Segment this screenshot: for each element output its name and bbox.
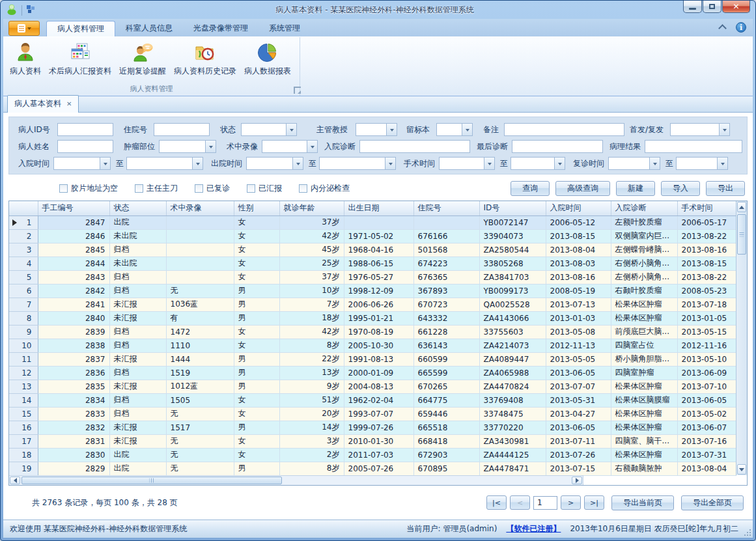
table-row[interactable]: 32845归档女45岁1968-04-16501568ZA25805442013… bbox=[9, 243, 736, 257]
cell: ZA3841703 bbox=[479, 270, 546, 284]
table-row[interactable]: 82840未汇报有男18岁1995-01-21643332ZA414306620… bbox=[9, 311, 736, 325]
scroll-up-icon[interactable] bbox=[737, 202, 746, 212]
table-row[interactable]: 22846未出院女42岁1971-05-02676166339040732013… bbox=[9, 229, 736, 243]
table-row[interactable]: 182830出院无女2岁2011-07-03672903ZA4444125201… bbox=[9, 448, 736, 462]
query-button[interactable]: 查询 bbox=[511, 181, 550, 196]
filter-combo-surgery-video[interactable] bbox=[262, 140, 318, 153]
checkbox-chief-surgeon[interactable]: 主任主刀 bbox=[135, 183, 178, 194]
table-row[interactable]: 72841未汇报1036蓝男7岁2006-06-26670723QA002552… bbox=[9, 298, 736, 311]
export-button[interactable]: 导出 bbox=[706, 181, 745, 196]
filter-input-patient-id[interactable] bbox=[57, 123, 113, 136]
ribbon-tab-department-staff-info[interactable]: 科室人员信息 bbox=[115, 21, 183, 36]
checkbox-film-address-empty[interactable]: 胶片地址为空 bbox=[59, 183, 118, 194]
column-header[interactable]: 术中录像 bbox=[166, 201, 234, 215]
checkbox-reported[interactable]: 已汇报 bbox=[247, 183, 282, 194]
cell: 2013-01-05 bbox=[677, 311, 736, 325]
app-menu-button[interactable] bbox=[8, 21, 40, 36]
close-button[interactable]: ✕ bbox=[722, 1, 750, 13]
ribbon-tab-system-management[interactable]: 系统管理 bbox=[259, 21, 311, 36]
table-row[interactable]: 62842归档无男10岁1998-12-09367893YB0099173200… bbox=[9, 284, 736, 298]
table-row[interactable]: 52843归档女37岁1976-05-27676365ZA38417032013… bbox=[9, 270, 736, 284]
tab-close-icon[interactable]: ✕ bbox=[66, 100, 72, 107]
filter-input-admission-diagnosis[interactable] bbox=[359, 140, 470, 153]
horizontal-scroll-thumb[interactable] bbox=[21, 477, 282, 484]
scroll-down-icon[interactable] bbox=[737, 464, 746, 475]
column-header[interactable]: ID号 bbox=[479, 201, 546, 215]
resize-grip[interactable] bbox=[744, 529, 751, 536]
table-row[interactable]: 162832未汇报1517男14岁1999-07-266655183377022… bbox=[9, 421, 736, 434]
ribbon-button-followup-reminder[interactable]: 近期复诊提醒 bbox=[115, 39, 170, 78]
last-page-button[interactable]: >| bbox=[584, 495, 604, 510]
table-row[interactable]: 172831未汇报无女3岁2010-01-30668418ZA343098120… bbox=[9, 434, 736, 448]
scroll-right-icon[interactable] bbox=[572, 477, 582, 484]
column-header[interactable]: 住院号 bbox=[413, 201, 479, 215]
filter-input-patient-name[interactable] bbox=[57, 140, 113, 153]
filter-input-hospital-no[interactable] bbox=[154, 123, 210, 136]
info-icon[interactable]: i bbox=[736, 22, 746, 33]
export-current-page-button[interactable]: 导出当前页 bbox=[611, 495, 674, 510]
restore-button[interactable] bbox=[703, 1, 721, 13]
ribbon-tab-disc-tape-management[interactable]: 光盘录像带管理 bbox=[183, 21, 259, 36]
table-row[interactable]: 132835未汇报1012蓝男9岁2004-08-13670265ZA44708… bbox=[9, 380, 736, 393]
column-header[interactable]: 性别 bbox=[234, 201, 279, 215]
scroll-left-icon[interactable] bbox=[10, 477, 20, 484]
next-page-button[interactable]: > bbox=[561, 495, 581, 510]
tab-patient-basic-info[interactable]: 病人基本资料 ✕ bbox=[7, 95, 79, 113]
minimize-button[interactable] bbox=[683, 1, 702, 13]
filter-combo-first-or-relapse[interactable] bbox=[670, 123, 730, 136]
filter-input-final-diagnosis[interactable] bbox=[512, 140, 603, 153]
checkbox-followed-up[interactable]: 已复诊 bbox=[195, 183, 230, 194]
filter-combo-surgery-date-to[interactable] bbox=[511, 157, 565, 170]
ribbon-button-patient-data[interactable]: 病人资料 bbox=[6, 39, 45, 78]
filter-combo-admission-date-to[interactable] bbox=[126, 157, 203, 170]
column-header[interactable]: 手术时间 bbox=[677, 201, 736, 215]
collapse-ribbon-icon[interactable] bbox=[719, 25, 727, 30]
filter-combo-specimen[interactable] bbox=[436, 123, 473, 136]
ribbon-button-patient-data-report[interactable]: 病人数据报表 bbox=[240, 39, 295, 78]
filter-combo-status[interactable] bbox=[241, 123, 297, 136]
new-button[interactable]: 新建 bbox=[616, 181, 655, 196]
filter-input-pathology-result[interactable] bbox=[645, 140, 742, 153]
table-row[interactable]: 122836归档1519男13岁2000-01-09665599ZA406598… bbox=[9, 366, 736, 380]
ribbon-button-patient-history-record[interactable]: 病人资料历史记录 bbox=[170, 39, 240, 78]
page-number-input[interactable] bbox=[533, 496, 557, 510]
dialog-launcher-icon[interactable] bbox=[294, 87, 301, 94]
import-button[interactable]: 导入 bbox=[661, 181, 700, 196]
filter-combo-discharge-date-to[interactable] bbox=[319, 157, 396, 170]
filter-combo-discharge-date-from[interactable] bbox=[246, 157, 303, 170]
table-row[interactable]: 42844未出院女25岁1988-06-15674223338052682013… bbox=[9, 257, 736, 270]
checkbox-endocrine-exam[interactable]: 内分泌检查 bbox=[299, 183, 350, 194]
table-row[interactable]: 102838归档1110女8岁2005-10-30636143ZA4214073… bbox=[9, 339, 736, 352]
filter-input-remark[interactable] bbox=[504, 123, 624, 136]
filter-combo-admission-date-from[interactable] bbox=[53, 157, 111, 170]
filter-combo-followup-date-from[interactable] bbox=[608, 157, 660, 170]
first-page-button[interactable]: |< bbox=[486, 495, 507, 510]
table-row[interactable]: 152833归档无女20岁1993-07-0765944633748475201… bbox=[9, 407, 736, 421]
table-row[interactable]: 112837未汇报1444男22岁1991-08-13660599ZA40894… bbox=[9, 352, 736, 366]
app-logo-icon[interactable] bbox=[6, 3, 18, 18]
column-header[interactable]: 状态 bbox=[109, 201, 166, 215]
vertical-scroll-thumb[interactable] bbox=[737, 214, 746, 255]
license-link[interactable]: 【软件已注册】 bbox=[506, 523, 561, 534]
column-header[interactable]: 出生日期 bbox=[344, 201, 413, 215]
table-row[interactable]: 142834归档1505女51岁1962-02-0466477533769408… bbox=[9, 393, 736, 407]
vertical-scrollbar[interactable] bbox=[736, 201, 747, 475]
filter-combo-surgery-date-from[interactable] bbox=[439, 157, 495, 170]
export-all-pages-button[interactable]: 导出全部页 bbox=[681, 495, 744, 510]
filter-combo-professor[interactable] bbox=[356, 123, 397, 136]
horizontal-scrollbar[interactable] bbox=[9, 475, 583, 485]
ribbon-tab-patient-data-management[interactable]: 病人资料管理 bbox=[46, 21, 115, 36]
advanced-query-button[interactable]: 高级查询 bbox=[555, 181, 610, 196]
layout-icon[interactable] bbox=[26, 5, 36, 17]
ribbon-button-postop-report-data[interactable]: 术后病人汇报资料 bbox=[45, 39, 115, 78]
table-row[interactable]: 192829出院无男8岁2005-07-26670895ZA4478471201… bbox=[9, 462, 736, 475]
table-row[interactable]: 92839归档1472女42岁1970-08-19661228337556032… bbox=[9, 325, 736, 339]
column-header[interactable]: 就诊年龄 bbox=[279, 201, 344, 215]
prev-page-button[interactable]: < bbox=[510, 495, 530, 510]
column-header[interactable]: 手工编号 bbox=[38, 201, 109, 215]
column-header[interactable]: 入院诊断 bbox=[611, 201, 677, 215]
table-row[interactable]: 12847出院女37岁YB00721472006-05-12左额叶胶质瘤2006… bbox=[9, 215, 736, 229]
column-header[interactable]: 入院时间 bbox=[546, 201, 611, 215]
filter-combo-followup-date-to[interactable] bbox=[676, 157, 728, 170]
filter-combo-tumor-site[interactable] bbox=[159, 140, 216, 153]
